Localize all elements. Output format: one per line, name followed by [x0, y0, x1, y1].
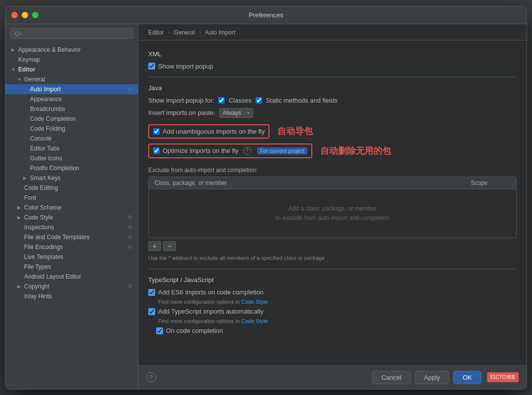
chevron-right-icon: ▶	[17, 284, 22, 289]
add-unambiguous-highlighted: Add unambiguous imports on the fly	[148, 124, 269, 139]
sidebar-item-label: File and Code Templates	[24, 234, 90, 241]
sidebar-item-smart-keys[interactable]: ▶ Smart Keys	[5, 173, 138, 183]
sidebar-item-label: Postfix Completion	[30, 165, 79, 172]
sidebar: Q+ ▶ Appearance & Behavior Keymap ▼ Edit…	[5, 24, 138, 389]
sidebar-item-label: Android Layout Editor	[24, 273, 81, 280]
cancel-button[interactable]: Cancel	[372, 371, 410, 384]
sidebar-item-label: Smart Keys	[30, 175, 61, 181]
sidebar-item-label: Keymap	[18, 56, 40, 63]
sidebar-item-file-encodings[interactable]: File Encodings ⧉	[5, 242, 138, 252]
add-exclude-button[interactable]: +	[148, 241, 161, 251]
search-icon: Q+	[15, 31, 22, 36]
sidebar-item-breadcrumbs[interactable]: Breadcrumbs	[5, 104, 138, 114]
sidebar-item-auto-import[interactable]: Auto Import ⧉	[5, 84, 138, 94]
on-code-completion-row: On code completion	[156, 327, 517, 334]
static-methods-label: Static methods and fields	[266, 97, 337, 104]
on-code-completion-checkbox[interactable]	[156, 327, 163, 334]
optimize-imports-annotation-row: Optimize imports on the fly ? For curren…	[148, 141, 517, 161]
sidebar-item-keymap[interactable]: Keymap	[5, 55, 138, 65]
sidebar-item-postfix-completion[interactable]: Postfix Completion	[5, 163, 138, 173]
section-divider-2	[148, 269, 517, 269]
add-typescript-checkbox[interactable]	[148, 308, 155, 315]
find-more-ts2-label: Find more configuration options in	[158, 318, 240, 324]
add-unambiguous-label: Add unambiguous imports on the fly	[163, 128, 265, 135]
maximize-button[interactable]	[32, 12, 38, 18]
chevron-right-icon: ▶	[17, 205, 22, 210]
sidebar-item-console[interactable]: Console	[5, 134, 138, 144]
ts-section: TypeScript / JavaScript Add ES6 imports …	[148, 276, 517, 334]
exclude-table: Class, package, or member Scope Add a cl…	[148, 177, 517, 238]
classes-checkbox[interactable]	[218, 97, 225, 104]
add-unambiguous-annotation-row: Add unambiguous imports on the fly 自动导包	[148, 122, 517, 141]
help-icon[interactable]: ?	[243, 147, 251, 155]
sidebar-item-code-completion[interactable]: Code Completion	[5, 114, 138, 124]
code-style-link-2[interactable]: Code Style	[241, 318, 268, 324]
copy-icon: ⧉	[128, 244, 132, 250]
exclude-section-label: Exclude from auto-import and completion:	[148, 167, 517, 174]
search-box[interactable]: Q+	[10, 28, 133, 39]
apply-button[interactable]: Apply	[415, 371, 450, 384]
code-style-link-1[interactable]: Code Style	[241, 299, 268, 305]
add-es6-checkbox[interactable]	[148, 289, 155, 296]
bottom-bar-wrapper: ? Cancel Apply OK 51CTO博客	[138, 365, 527, 389]
sidebar-item-label: Code Editing	[24, 184, 58, 191]
minimize-button[interactable]	[22, 12, 28, 18]
sidebar-item-appearance-behavior[interactable]: ▶ Appearance & Behavior	[5, 45, 138, 55]
remove-exclude-button[interactable]: −	[163, 241, 176, 251]
sidebar-item-inlay-hints[interactable]: Inlay Hints	[5, 291, 138, 301]
insert-imports-dropdown-wrapper: Always Ask Never	[219, 108, 253, 118]
copy-icon: ⧉	[128, 234, 132, 240]
sidebar-item-label: Code Completion	[30, 115, 76, 122]
sidebar-item-label: Breadcrumbs	[30, 106, 65, 112]
sidebar-item-file-types[interactable]: File Types	[5, 262, 138, 272]
sidebar-item-android-layout-editor[interactable]: Android Layout Editor	[5, 272, 138, 282]
chevron-right-icon: ▶	[17, 215, 22, 220]
sidebar-item-label: Appearance & Behavior	[18, 46, 81, 53]
insert-imports-label: Insert imports on paste:	[148, 109, 215, 116]
add-es6-label: Add ES6 imports on code completion	[158, 288, 264, 296]
sidebar-item-label: Live Templates	[24, 253, 64, 260]
xml-show-import-popup-row: Show import popup	[148, 63, 517, 70]
table-actions: + −	[148, 241, 517, 251]
main-panel: Editor › General › Auto Import XML Show …	[138, 24, 527, 389]
add-es6-row: Add ES6 imports on code completion	[148, 288, 517, 296]
sidebar-item-file-code-templates[interactable]: File and Code Templates ⧉	[5, 232, 138, 242]
copy-icon: ⧉	[128, 214, 132, 220]
insert-imports-select[interactable]: Always Ask Never	[219, 108, 253, 118]
sidebar-item-gutter-icons[interactable]: Gutter Icons	[5, 153, 138, 163]
sidebar-item-label: Code Folding	[30, 125, 65, 132]
optimize-imports-checkbox[interactable]	[153, 147, 160, 154]
add-unambiguous-checkbox[interactable]	[153, 128, 160, 135]
sidebar-item-copyright[interactable]: ▶ Copyright ⧉	[5, 282, 138, 291]
ok-button[interactable]: OK	[453, 371, 481, 384]
sidebar-item-editor-tabs[interactable]: Editor Tabs	[5, 144, 138, 153]
sidebar-item-live-templates[interactable]: Live Templates	[5, 252, 138, 262]
for-current-project-label[interactable]: For current project	[257, 147, 307, 154]
sidebar-item-inspections[interactable]: Inspections ⧉	[5, 222, 138, 232]
sidebar-item-editor[interactable]: ▼ Editor	[5, 65, 138, 74]
breadcrumb-part-1: Editor	[148, 29, 164, 36]
sidebar-item-code-editing[interactable]: Code Editing	[5, 183, 138, 193]
search-input[interactable]	[25, 30, 129, 37]
bottom-left: ?	[146, 372, 156, 382]
sidebar-item-color-scheme[interactable]: ▶ Color Scheme	[5, 203, 138, 213]
sidebar-item-label: General	[24, 76, 45, 83]
breadcrumb-sep-1: ›	[168, 29, 170, 36]
show-import-popup-for-row: Show import popup for: Classes Static me…	[148, 97, 517, 104]
close-button[interactable]	[11, 12, 18, 18]
static-methods-checkbox[interactable]	[256, 97, 262, 104]
copy-icon: ⧉	[128, 86, 132, 92]
sidebar-item-label: Console	[30, 135, 52, 142]
sidebar-item-label: Font	[24, 194, 36, 201]
window-title: Preferences	[249, 11, 283, 19]
sidebar-item-font[interactable]: Font	[5, 193, 138, 203]
help-button[interactable]: ?	[146, 372, 156, 382]
exclude-placeholder-line1: Add a class, package, or member	[289, 205, 377, 212]
sidebar-item-code-style[interactable]: ▶ Code Style ⧉	[5, 213, 138, 222]
sidebar-item-general[interactable]: ▼ General	[5, 74, 138, 84]
copy-icon: ⧉	[128, 283, 132, 289]
xml-show-import-popup-checkbox[interactable]	[148, 63, 155, 70]
sidebar-item-code-folding[interactable]: Code Folding	[5, 124, 138, 134]
sidebar-item-label: Inlay Hints	[24, 293, 52, 300]
sidebar-item-appearance[interactable]: Appearance	[5, 94, 138, 104]
